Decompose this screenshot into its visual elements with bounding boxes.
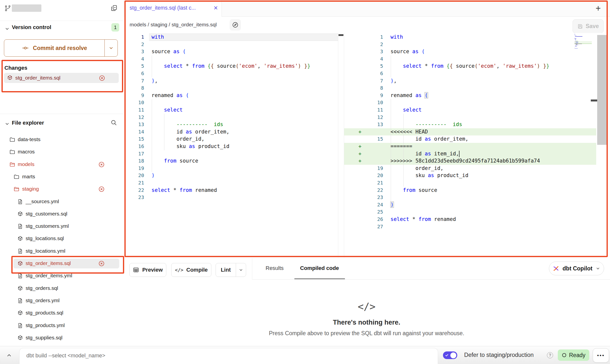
editor-pane-right[interactable]: 1with23source as (45 select * from {{ so… [344, 33, 596, 258]
command-input[interactable]: dbt build --select <model_name> [19, 348, 438, 364]
file-item-stg_orders.sql[interactable]: stg_orders.sql [0, 282, 123, 295]
git-branch-icon[interactable] [4, 5, 11, 12]
code-line[interactable]: source as ( [152, 48, 186, 55]
lint-dropdown-button[interactable] [236, 263, 246, 277]
file-item-models[interactable]: models [0, 158, 123, 171]
file-explorer-chevron-icon[interactable] [4, 121, 10, 127]
more-options-button[interactable]: ••• [593, 348, 609, 363]
file-item-__sources.yml[interactable]: __sources.yml [0, 196, 123, 208]
commit-and-resolve-label: Commit and resolve [33, 45, 87, 51]
file-item-staging[interactable]: staging [0, 183, 123, 195]
chevron-up-icon[interactable] [6, 352, 12, 359]
file-item-stg_products.yml[interactable]: stg_products.yml [0, 319, 123, 332]
line-number: 9 [125, 92, 144, 99]
minimap[interactable] [575, 34, 592, 50]
doc-icon [17, 298, 23, 304]
code-line[interactable]: with [390, 33, 403, 41]
search-icon[interactable] [110, 119, 117, 126]
tab-results[interactable]: Results [266, 265, 284, 271]
commit-and-resolve-main[interactable]: Commit and resolve [4, 40, 104, 56]
editor-pane-left[interactable]: 1with23source as (45 select * from {{ so… [125, 33, 338, 258]
code-brackets-icon: </> [175, 267, 183, 273]
code-line[interactable]: select * from {{ source('ecom', 'raw_ite… [152, 63, 310, 70]
table-icon [133, 267, 139, 273]
code-line[interactable]: select [152, 106, 183, 114]
sidebar: Version control 1 Commit and resolve Cha… [0, 0, 123, 346]
lint-button[interactable]: Lint [216, 263, 246, 277]
copy-icon[interactable] [110, 4, 118, 12]
conflict-x-circle-icon[interactable] [98, 186, 105, 192]
code-line[interactable]: order_id, [390, 165, 443, 172]
code-line[interactable]: sku as product_id [152, 143, 229, 150]
file-item-data-tests[interactable]: data-tests [0, 133, 123, 146]
code-line[interactable]: ---------- ids [152, 121, 223, 128]
code-line[interactable]: id as item_id, [390, 150, 459, 158]
defer-toggle[interactable] [443, 351, 457, 359]
code-line[interactable]: ) [390, 201, 394, 209]
file-item-macros[interactable]: macros [0, 146, 123, 158]
line-number: 3 [344, 48, 383, 55]
file-item-stg_locations.yml[interactable]: stg_locations.yml [0, 245, 123, 257]
line-number: 17 [125, 150, 144, 158]
file-item-stg_products.sql[interactable]: stg_products.sql [0, 307, 123, 319]
file-item-stg_order_items.yml[interactable]: stg_order_items.yml [0, 270, 123, 282]
file-item-stg_locations.sql[interactable]: stg_locations.sql [0, 232, 123, 245]
code-line[interactable]: order_id, [152, 135, 204, 143]
file-item-stg_customers.yml[interactable]: stg_customers.yml [0, 220, 123, 232]
code-line[interactable]: ) [152, 172, 155, 179]
compile-button[interactable]: </> Compile [171, 263, 211, 277]
code-line[interactable]: source as ( [390, 48, 425, 55]
code-line[interactable]: renamed as ( [152, 92, 189, 99]
file-item-marts[interactable]: marts [0, 171, 123, 183]
preview-button[interactable]: Preview [129, 263, 166, 277]
conflict-x-circle-icon[interactable] [98, 260, 105, 267]
code-line[interactable]: select * from renamed [390, 216, 456, 223]
commit-dropdown-button[interactable] [104, 40, 118, 56]
code-line[interactable]: id as order_item, [152, 128, 229, 136]
code-line[interactable]: sku as product_id [390, 172, 468, 179]
dbt-copilot-button[interactable]: dbt Copilot [549, 262, 604, 275]
file-item-stg_supplies.sql[interactable]: stg_supplies.sql [0, 332, 123, 344]
code-line[interactable]: from source [152, 157, 198, 165]
file-item-stg_order_items.sql[interactable]: stg_order_items.sql [0, 257, 123, 270]
code-line[interactable]: ), [152, 77, 158, 85]
file-item-label: stg_order_items.sql [26, 260, 71, 266]
version-control-title: Version control [12, 24, 51, 31]
code-line[interactable]: <<<<<<< HEAD [390, 128, 428, 136]
file-item-stg_customers.sql[interactable]: stg_customers.sql [0, 208, 123, 220]
code-line[interactable]: select * from renamed [152, 187, 217, 194]
editor-scrollbar[interactable] [597, 35, 607, 145]
code-line[interactable]: >>>>>>> 58c1dd23d5eebd9cd2495fa7124ab61b… [390, 157, 540, 165]
code-line[interactable]: id as order_item, [390, 135, 468, 143]
code-line[interactable]: select * from {{ source('ecom', 'raw_ite… [390, 63, 549, 70]
code-line[interactable]: with [152, 33, 164, 41]
tab-close-icon[interactable]: ✕ [214, 5, 218, 11]
tab-stg-order-items[interactable]: stg_order_items.sql (last c... ✕ [125, 0, 222, 17]
code-line[interactable]: from source [390, 187, 437, 194]
changed-file-row[interactable]: stg_order_items.sql [4, 73, 119, 83]
tab-compiled-code[interactable]: Compiled code [300, 265, 339, 271]
code-line[interactable]: renamed as ( [390, 92, 428, 99]
conflict-x-circle-icon[interactable] [98, 161, 105, 168]
editor-split-view: 1with23source as (45 select * from {{ so… [125, 33, 607, 258]
commit-and-resolve-button[interactable]: Commit and resolve [4, 39, 118, 57]
new-tab-button[interactable]: + [593, 3, 604, 14]
file-item-stg_orders.yml[interactable]: stg_orders.yml [0, 295, 123, 307]
save-button[interactable]: Save [573, 19, 604, 33]
file-item-label: data-tests [18, 136, 40, 142]
status-badge: Ready [558, 349, 589, 361]
line-number: 10 [125, 99, 144, 106]
line-number: 25 [344, 208, 383, 216]
left-scroll-indicator[interactable] [339, 34, 343, 36]
help-icon[interactable]: ? [547, 352, 553, 358]
lineage-button[interactable] [230, 19, 241, 31]
conflict-x-circle-icon[interactable] [99, 75, 105, 81]
code-line[interactable]: ---------- ids [390, 121, 462, 128]
code-line[interactable]: select [390, 106, 422, 114]
line-number: 7 [125, 77, 144, 85]
code-line[interactable]: ======= [390, 143, 412, 150]
code-line[interactable]: ), [390, 77, 397, 85]
file-item-label: stg_customers.yml [26, 223, 69, 229]
version-control-chevron-icon[interactable] [4, 26, 10, 32]
line-number: 21 [344, 179, 383, 187]
